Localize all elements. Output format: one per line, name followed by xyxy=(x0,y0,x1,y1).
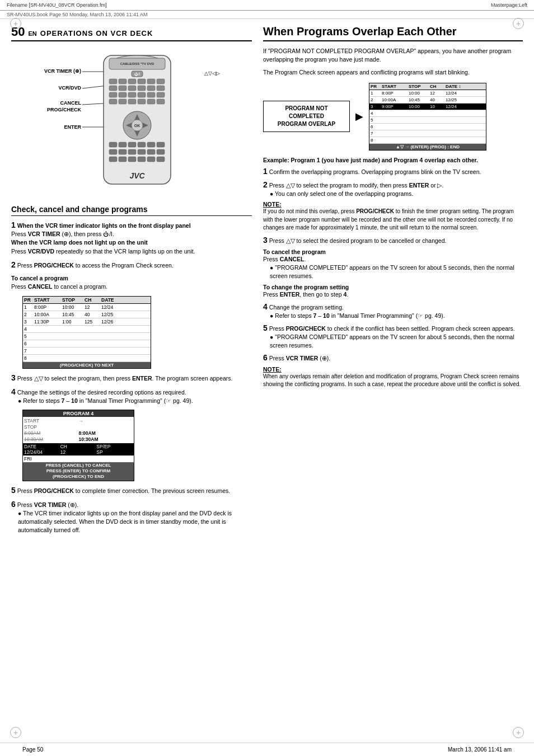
svg-text:△▽◁▷: △▽◁▷ xyxy=(204,71,220,76)
right-column: When Programs Overlap Each Other If "PRO… xyxy=(263,25,523,538)
col-stop: STOP xyxy=(62,297,85,303)
overlap-intro2: The Program Check screen appears and con… xyxy=(263,68,523,77)
cancel-prog-text: Press CANCEL. xyxy=(263,255,523,264)
step3-text: Press △▽ to select the program, then pre… xyxy=(17,375,233,382)
prog4-start-old: 8:00AM xyxy=(24,430,78,436)
header-filename: Filename [SR-MV40U_08VCR Operation.fm] xyxy=(7,2,107,8)
ovr-table-header: PR START STOP CH DATE ↕ xyxy=(369,83,486,90)
ovr-step4-block: 4 Change the program setting. Refer to s… xyxy=(263,302,523,320)
svg-rect-11 xyxy=(109,79,117,84)
overlap-line1: PROGRAM NOT COMPLETED xyxy=(268,105,345,120)
note2-title: NOTE: xyxy=(263,366,523,373)
prog4-ch-label: CH xyxy=(60,444,97,449)
table-row: 18:00P10:001212/24 xyxy=(369,90,486,97)
step2-block: 2 Press PROG/CHECK to access the Program… xyxy=(11,260,252,270)
svg-rect-33 xyxy=(147,99,155,104)
prog4-ch-val: 12 xyxy=(60,449,97,455)
page-header: Filename [SR-MV40U_08VCR Operation.fm] M… xyxy=(0,0,534,11)
prog4-day-row: FRI xyxy=(23,456,134,462)
ovr-step4-text: Change the program setting. xyxy=(269,304,344,311)
step1-text: Press VCR TIMER (⊕), then press ⏻/I. xyxy=(11,230,252,238)
prog-table-header: PR START STOP CH DATE xyxy=(23,297,151,304)
step6-num: 6 xyxy=(11,500,16,509)
remote-svg: CABLE/DSS *TV DVD ⏻/I xyxy=(92,50,182,192)
svg-rect-43 xyxy=(119,142,127,147)
overlap-screen-area: PROGRAM NOT COMPLETED PROGRAM OVERLAP ▶ … xyxy=(263,83,523,151)
step1-heading: When the VCR timer indicator lights on t… xyxy=(17,222,191,229)
section-title: OPERATIONS ON VCR DECK xyxy=(40,29,153,37)
ovr-step5-text: Press PROG/CHECK to check if the conflic… xyxy=(269,325,515,332)
svg-rect-13 xyxy=(128,79,136,84)
cancel-block: To cancel a program Press CANCEL to canc… xyxy=(11,274,252,291)
cancel-heading: To cancel a program xyxy=(11,274,252,283)
ovr-step5-block: 5 Press PROG/CHECK to check if the confl… xyxy=(263,323,523,350)
remote-illustration-area: VCR TIMER (⊕) VCR/DVD CANCELPROG/CHECK E… xyxy=(11,47,252,198)
svg-rect-24 xyxy=(119,92,127,97)
cancel-prog-bullet: "PROGRAM COMPLETED" appears on the TV sc… xyxy=(263,264,523,280)
table-row: 8 xyxy=(369,137,486,144)
prog4-day: FRI xyxy=(24,456,133,462)
cancel-prog-block: To cancel the program Press CANCEL. "PRO… xyxy=(263,248,523,280)
col-start: START xyxy=(34,297,62,303)
step5-num: 5 xyxy=(11,486,16,495)
svg-text:OK: OK xyxy=(134,124,140,128)
svg-text:JVC: JVC xyxy=(129,171,145,180)
svg-text:⏻/I: ⏻/I xyxy=(134,72,140,76)
prog4-arrow: → xyxy=(79,418,133,424)
ovr-table-footer: ▲▽ → (ENTER) (PROG) : END xyxy=(369,144,486,150)
svg-rect-58 xyxy=(147,157,155,162)
table-row: 7 xyxy=(369,130,486,137)
svg-rect-57 xyxy=(138,157,146,162)
arrow-right: ▶ xyxy=(355,110,363,123)
col-ch: CH xyxy=(85,297,101,303)
prog4-date-val: 12/24/04 xyxy=(24,449,60,455)
overlap-screen-left: PROGRAM NOT COMPLETED PROGRAM OVERLAP xyxy=(263,101,350,132)
prog4-spep-label: SP/EP xyxy=(96,444,133,449)
table-row: 8 xyxy=(23,355,151,362)
note1-text: If you do not mind this overlap, press P… xyxy=(263,208,523,232)
svg-rect-19 xyxy=(128,86,136,91)
step1-num: 1 xyxy=(11,220,16,229)
prog4-date-label: DATE xyxy=(24,444,60,449)
step2-num: 2 xyxy=(11,260,16,269)
table-row-highlight: 39:00P10:001012/24 xyxy=(369,104,486,110)
svg-rect-29 xyxy=(109,99,117,104)
corner-mark-bl xyxy=(10,727,21,738)
ovr-step6-num: 6 xyxy=(263,353,268,362)
svg-rect-32 xyxy=(138,99,146,104)
svg-rect-46 xyxy=(147,142,155,147)
svg-rect-52 xyxy=(147,149,155,154)
table-row: 4 xyxy=(23,326,151,333)
svg-rect-16 xyxy=(157,79,165,84)
step6-bullet: The VCR timer indicator lights up on the… xyxy=(11,509,252,534)
svg-rect-53 xyxy=(157,149,165,154)
note2-block: NOTE: When any overlaps remain after del… xyxy=(263,366,523,389)
ovr-step3-num: 3 xyxy=(263,236,268,245)
prog4-date-row: DATE CH SP/EP 12/24/04 12 SP xyxy=(23,443,134,456)
ovr-step1-num: 1 xyxy=(263,167,268,176)
step4-bullet: Refer to steps 7 – 10 in "Manual Timer P… xyxy=(11,397,252,405)
step2-text: Press PROG/CHECK to access the Program C… xyxy=(17,262,174,269)
note1-block: NOTE: If you do not mind this overlap, p… xyxy=(263,201,523,232)
svg-rect-47 xyxy=(157,142,165,147)
svg-rect-49 xyxy=(119,149,127,154)
svg-rect-55 xyxy=(119,157,127,162)
svg-rect-17 xyxy=(109,86,117,91)
table-row: 6 xyxy=(23,340,151,348)
prog4-footer: PRESS (CANCEL) TO CANCEL PRESS (ENTER) T… xyxy=(23,462,134,481)
svg-rect-15 xyxy=(147,79,155,84)
section-en: EN xyxy=(28,30,36,37)
step4-text: Change the settings of the desired recor… xyxy=(17,389,186,396)
table-row: 6 xyxy=(369,124,486,130)
page-number-bar: Page 50 March 13, 2006 11:41 am xyxy=(0,743,534,756)
prog4-stop-label: STOP xyxy=(24,424,78,430)
ovr-step4-bullet: Refer to steps 7 – 10 in "Manual Timer P… xyxy=(263,312,523,320)
corner-mark-tr xyxy=(513,18,524,29)
prog4-grid: START → STOP 8:00AM 8:00AM 10:30AM 10:30… xyxy=(23,417,134,443)
change-prog-block: To change the program setting Press ENTE… xyxy=(263,284,523,299)
left-column: 50 EN OPERATIONS ON VCR DECK VCR TIMER (… xyxy=(11,25,252,538)
svg-rect-45 xyxy=(138,142,146,147)
ovr-step1-text: Confirm the overlapping programs. Overla… xyxy=(269,168,481,175)
ovr-step5-num: 5 xyxy=(263,323,268,332)
svg-rect-34 xyxy=(157,99,165,104)
